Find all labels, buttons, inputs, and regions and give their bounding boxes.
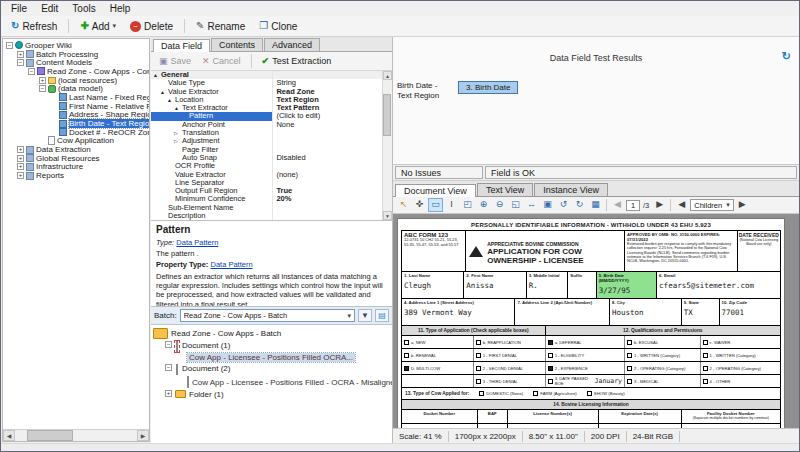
- document-thumbnail-selected[interactable]: [175, 341, 179, 352]
- fit-width-icon[interactable]: ↔: [524, 198, 539, 212]
- expand-box-icon[interactable]: +: [17, 146, 24, 153]
- expand-box-icon[interactable]: +: [17, 155, 24, 162]
- collapse-box-icon[interactable]: −: [39, 85, 46, 92]
- tree-item-data-extraction[interactable]: + Data Extraction: [3, 145, 149, 154]
- result-cell-birth-date[interactable]: 3. Birth Date: [458, 81, 518, 94]
- text-select-tool-icon[interactable]: I: [444, 198, 459, 212]
- property-row-value-extractor-2[interactable]: Value Extractor (none): [151, 171, 382, 179]
- refresh-button[interactable]: ↻ Refresh: [5, 19, 63, 34]
- zoom-out-icon[interactable]: ⊖: [492, 198, 507, 212]
- tree-item-first-name-field[interactable]: First Name - Relative Region: [3, 102, 149, 111]
- filter-button[interactable]: ▼: [358, 309, 372, 322]
- zoom-in-icon[interactable]: ⊕: [476, 198, 491, 212]
- collapse-box-icon[interactable]: −: [165, 364, 172, 371]
- menu-tools[interactable]: Tools: [65, 2, 102, 15]
- menu-help[interactable]: Help: [103, 2, 138, 15]
- property-row-value-extractor[interactable]: ▲Value Extractor Read Zone: [151, 88, 382, 96]
- batch-root-folder[interactable]: Read Zone - Cow Apps - Batch: [153, 328, 390, 339]
- batch-viewer-button[interactable]: ▤: [375, 309, 389, 322]
- tree-item-data-model[interactable]: − (data model): [3, 84, 149, 93]
- tree-item-last-name-field[interactable]: Last Name - Fixed Region: [3, 93, 149, 102]
- expand-box-icon[interactable]: +: [39, 77, 46, 84]
- scroll-left-icon[interactable]: ◀: [3, 430, 15, 441]
- tree-item-grooper-wiki[interactable]: − Grooper Wiki: [3, 41, 149, 50]
- delete-button[interactable]: − Delete: [124, 19, 179, 34]
- tree-item-reports[interactable]: + Reports: [3, 171, 149, 180]
- batch-document-2[interactable]: − Document (2): [165, 364, 390, 375]
- scale-status[interactable]: Scale: 41 %: [393, 431, 449, 442]
- zoom-fit-icon[interactable]: ◱: [508, 198, 523, 212]
- property-row-pattern[interactable]: Pattern (Click to edit): [151, 112, 382, 120]
- pointer-tool-icon[interactable]: ↖: [396, 198, 411, 212]
- batch-folder-1[interactable]: + Folder (1): [165, 390, 390, 399]
- tree-item-infrastructure[interactable]: + Infrastructure: [3, 163, 149, 172]
- scroll-down-icon[interactable]: ▼: [383, 211, 392, 220]
- collapse-box-icon[interactable]: −: [28, 68, 35, 75]
- previous-page-icon[interactable]: ◀: [610, 198, 625, 212]
- vertical-scrollbar[interactable]: ▲ ▼: [382, 71, 392, 220]
- help-property-type-link[interactable]: Data Pattern: [210, 260, 252, 269]
- property-row-adjustment[interactable]: ▷Adjustment: [151, 137, 382, 145]
- property-row-page-filter[interactable]: Page Filter: [151, 146, 382, 154]
- batch-document-1-type[interactable]: Cow App - Licensee - Positions Filled OC…: [187, 353, 390, 362]
- collapse-box-icon[interactable]: −: [6, 42, 13, 49]
- property-row-sub-element-name[interactable]: Sub-Element Name: [151, 204, 382, 212]
- expand-box-icon[interactable]: +: [17, 163, 24, 170]
- previous-child-icon[interactable]: ◀: [674, 198, 689, 212]
- horizontal-scrollbar[interactable]: ◀ ▶: [3, 429, 149, 441]
- add-button[interactable]: ✚ Add ▾: [74, 19, 122, 34]
- document-thumbnail[interactable]: [175, 364, 179, 375]
- tree-item-cow-application[interactable]: Cow Application: [3, 137, 149, 146]
- next-child-icon[interactable]: ▶: [735, 198, 750, 212]
- property-row-location[interactable]: ▲Location Text Region: [151, 96, 382, 104]
- tree-item-birth-date-field[interactable]: Birth Date - Text Region: [3, 119, 149, 128]
- scroll-up-icon[interactable]: ▲: [383, 71, 392, 80]
- batch-document-1[interactable]: − Document (1): [165, 341, 390, 352]
- property-row-auto-snap[interactable]: Auto Snap Disabled: [151, 154, 382, 162]
- tab-instance-view[interactable]: Instance View: [534, 183, 608, 196]
- tree-item-content-model[interactable]: − Read Zone - Cow Apps - Content Mod: [3, 67, 149, 76]
- cancel-button[interactable]: ✕ Cancel: [198, 55, 245, 67]
- property-row-translation[interactable]: ▷Translation: [151, 129, 382, 137]
- tree-item-batch-processing[interactable]: + Batch Processing: [3, 50, 149, 59]
- region-select-tool-icon[interactable]: ▭: [428, 198, 443, 212]
- property-category-general[interactable]: ▲General: [151, 71, 382, 79]
- tree-item-docket-field[interactable]: Docket # - ReOCR Zone: [3, 128, 149, 137]
- collapse-box-icon[interactable]: −: [165, 341, 172, 348]
- rotate-left-icon[interactable]: ↺: [556, 198, 571, 212]
- test-extraction-button[interactable]: ✔ Test Extraction: [258, 55, 336, 67]
- refresh-results-icon[interactable]: ↻: [782, 50, 791, 63]
- help-type-link[interactable]: Data Pattern: [176, 238, 218, 247]
- property-row-anchor-point[interactable]: Anchor Point None: [151, 121, 382, 129]
- tab-contents[interactable]: Contents: [211, 38, 263, 51]
- tree-item-address-field[interactable]: Address - Shape Region: [3, 111, 149, 120]
- scrollbar-track[interactable]: [383, 80, 392, 211]
- clone-button[interactable]: ❐ Clone: [253, 19, 303, 34]
- tab-data-field[interactable]: Data Field: [153, 39, 210, 52]
- property-row-text-extractor[interactable]: ▲Text Extractor Text Pattern: [151, 104, 382, 112]
- menu-file[interactable]: File: [4, 2, 34, 15]
- tree-item-global-resources[interactable]: + Global Resources: [3, 154, 149, 163]
- expand-box-icon[interactable]: +: [165, 390, 172, 397]
- scrollbar-thumb[interactable]: [27, 430, 73, 441]
- batch-combo[interactable]: Read Zone - Cow Apps - Batch ▾: [180, 309, 355, 322]
- tab-advanced[interactable]: Advanced: [264, 38, 320, 51]
- rename-button[interactable]: ✎ Rename: [190, 19, 251, 34]
- property-row-ocr-profile[interactable]: OCR Profile: [151, 162, 382, 170]
- collapse-box-icon[interactable]: −: [17, 59, 24, 66]
- rotate-right-icon[interactable]: ↻: [572, 198, 587, 212]
- zoom-area-icon[interactable]: ◰: [460, 198, 475, 212]
- expand-box-icon[interactable]: +: [17, 172, 24, 179]
- tree-item-content-models[interactable]: − Content Models: [3, 58, 149, 67]
- children-dropdown[interactable]: Children ▾: [690, 199, 733, 211]
- pan-tool-icon[interactable]: ✜: [412, 198, 427, 212]
- batch-document-2-type[interactable]: Cow App - Licensee - Positions Filled - …: [187, 376, 390, 388]
- property-value[interactable]: (Click to edit): [273, 112, 382, 120]
- scroll-right-icon[interactable]: ▶: [137, 430, 149, 441]
- scrollbar-track[interactable]: [15, 430, 137, 441]
- property-row-description[interactable]: Description: [151, 212, 382, 220]
- scrollbar-thumb[interactable]: [383, 94, 391, 136]
- expand-box-icon[interactable]: +: [17, 51, 24, 58]
- document-canvas[interactable]: PERSONALLY IDENTIFIABLE INFORMATION - WI…: [393, 214, 799, 428]
- save-button[interactable]: ▣ Save: [155, 55, 195, 67]
